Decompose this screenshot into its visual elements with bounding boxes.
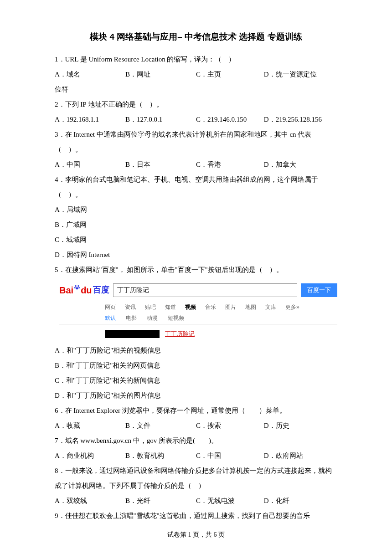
q2-opt-a: A．192.168.1.1 [55,112,125,127]
q9-stem: 9．佳佳想在联欢会上演唱"雪绒花"这首歌曲，通过网上搜索，找到了自己想要的音乐 [55,508,337,523]
q7-opt-d: D．政府网站 [264,448,337,463]
page-footer: 试卷第 1 页，共 6 页 [0,528,392,542]
q6-opt-c: C．搜索 [196,418,264,433]
result-thumbnail[interactable] [105,330,160,338]
result-title[interactable]: 丁丁历险记 [165,328,195,341]
q2-stem: 2．下列 IP 地址不正确的是（ ）。 [55,97,337,112]
svg-point-4 [76,287,78,290]
q6-opt-b: B．文件 [125,418,196,433]
q7-opt-b: B．教育机构 [125,448,196,463]
q3-opt-b: B．日本 [125,157,196,172]
q3-stem: 3．在 Internet 中通常由两位字母的域名来代表计算机所在的国家和地区，其… [55,127,337,157]
q8-opt-a: A．双绞线 [55,493,125,508]
baidu-tabs: 网页 资讯 贴吧 知道 视频 音乐 图片 地图 文库 更多» [59,302,337,313]
subtab-default[interactable]: 默认 [105,313,116,323]
svg-point-2 [74,287,76,289]
q3-options: A．中国 B．日本 C．香港 D．加拿大 [55,157,337,172]
q6-options: A．收藏 B．文件 C．搜索 D．历史 [55,418,337,433]
tab-music[interactable]: 音乐 [205,302,216,313]
q2-opt-c: C．219.146.0.150 [196,112,264,127]
q5-opt-b: B．和"丁丁历险记"相关的网页信息 [55,358,337,373]
baidu-result: 丁丁历险记 [59,328,337,341]
q3-opt-d: D．加拿大 [264,157,337,172]
baidu-subtabs: 默认 电影 动漫 短视频 [59,313,337,325]
tab-more[interactable]: 更多» [285,302,299,313]
tab-wenku[interactable]: 文库 [265,302,276,313]
q8-opt-d: D．化纤 [264,493,337,508]
subtab-movie[interactable]: 电影 [126,313,137,323]
search-button[interactable]: 百度一下 [301,283,337,297]
q6-opt-a: A．收藏 [55,418,125,433]
subtab-short[interactable]: 短视频 [168,313,184,323]
q1-opt-a: A．域名 [55,67,125,82]
q5-opt-d: D．和"丁丁历险记"相关的图片信息 [55,388,337,403]
paw-icon [74,281,80,295]
q1-options: A．域名 B．网址 C．主页 D．统一资源定位 [55,67,337,82]
q8-stem: 8．一般来说，通过网络通讯设备和网络传输介质把多台计算机按一定的方式连接起来，就… [55,463,337,493]
q7-opt-a: A．商业机构 [55,448,125,463]
q1-opt-c: C．主页 [196,67,264,82]
q1-stem: 1．URL 是 Uniform Resource Location 的缩写，译为… [55,52,337,67]
q5-stem: 5．在搜索网站"百度"， 如图所示，单击"百度一下"按钮后出现的是（ ）。 [55,262,337,277]
svg-point-1 [77,285,79,287]
tab-video[interactable]: 视频 [185,302,196,313]
q4-opt-d: D．因特网 Internet [55,247,337,262]
q4-opt-b: B．广域网 [55,217,337,232]
tab-tieba[interactable]: 贴吧 [145,302,156,313]
logo-bai: Bai [59,280,73,300]
logo-du: du [81,280,92,300]
tab-web[interactable]: 网页 [105,302,116,313]
search-input[interactable] [113,283,297,297]
svg-point-0 [75,285,77,287]
q7-opt-c: C．中国 [196,448,264,463]
tab-map[interactable]: 地图 [245,302,256,313]
tab-zhidao[interactable]: 知道 [165,302,176,313]
q4-stem: 4．李明家的台式电脑和笔记本、手机、电视、空调共用路由器组成的网，这个网络属于（… [55,172,337,202]
q2-options: A．192.168.1.1 B．127.0.0.1 C．219.146.0.15… [55,112,337,127]
page-title: 模块 4 网络基础与应用– 中考信息技术 选择题 专题训练 [55,27,337,46]
logo-cn: 百度 [93,281,109,299]
tab-news[interactable]: 资讯 [125,302,136,313]
q4-opt-c: C．城域网 [55,232,337,247]
q8-options: A．双绞线 B．光纤 C．无线电波 D．化纤 [55,493,337,508]
q6-stem: 6．在 Internet Explorer 浏览器中，要保存一个网址，通常使用（… [55,403,337,418]
q3-opt-c: C．香港 [196,157,264,172]
baidu-logo: Bai du 百度 [59,280,109,300]
q5-opt-c: C．和"丁丁历险记"相关的新闻信息 [55,373,337,388]
q1-cont: 位符 [55,82,337,97]
baidu-screenshot: Bai du 百度 百度一下 网页 资讯 贴吧 知道 视频 音乐 图片 地图 文… [55,280,337,340]
q3-opt-a: A．中国 [55,157,125,172]
q2-opt-b: B．127.0.0.1 [125,112,196,127]
q8-opt-c: C．无线电波 [196,493,264,508]
q7-stem: 7．域名 www.benxi.gov.cn 中，gov 所表示的是( )。 [55,433,337,448]
svg-point-3 [78,287,80,289]
q7-options: A．商业机构 B．教育机构 C．中国 D．政府网站 [55,448,337,463]
q5-opt-a: A．和"丁丁历险记"相关的视频信息 [55,343,337,358]
q1-opt-b: B．网址 [125,67,196,82]
q1-opt-d: D．统一资源定位 [264,67,337,82]
q4-opt-a: A．局域网 [55,202,337,217]
q2-opt-d: D．219.256.128.156 [264,112,337,127]
tab-image[interactable]: 图片 [225,302,236,313]
q8-opt-b: B．光纤 [125,493,196,508]
subtab-anime[interactable]: 动漫 [147,313,158,323]
q6-opt-d: D．历史 [264,418,337,433]
